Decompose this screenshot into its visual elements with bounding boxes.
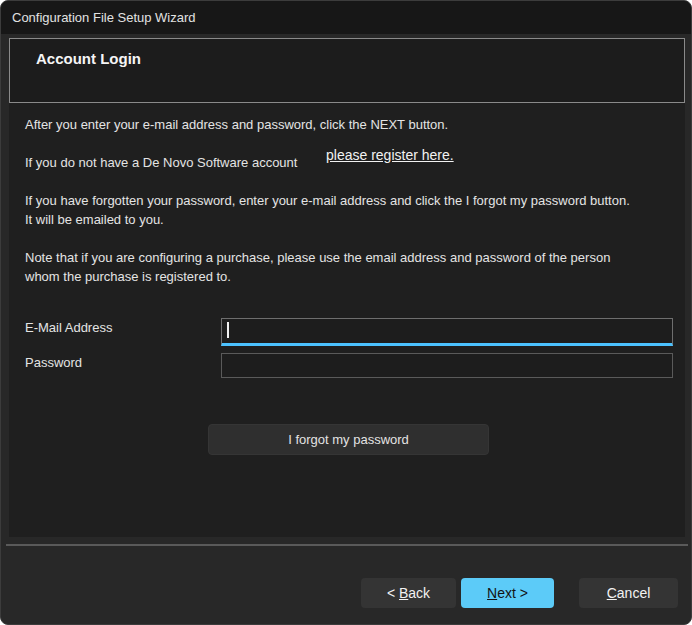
purchase-note-line-2: whom the purchase is registered to.	[25, 267, 231, 287]
forgot-password-button[interactable]: I forgot my password	[208, 424, 489, 455]
footer-separator	[6, 544, 688, 546]
password-field[interactable]	[221, 353, 673, 378]
next-label-post: ext >	[497, 585, 528, 601]
back-label-accel: B	[399, 585, 408, 601]
instruction-line-2: If you do not have a De Novo Software ac…	[25, 153, 297, 173]
next-button[interactable]: Next >	[461, 578, 554, 608]
cancel-button[interactable]: Cancel	[579, 578, 678, 608]
forgot-instruction-line-1: If you have forgotten your password, ent…	[25, 191, 630, 211]
instruction-line-1: After you enter your e-mail address and …	[25, 115, 448, 135]
back-button[interactable]: < Back	[361, 578, 456, 608]
page-title: Account Login	[36, 50, 141, 67]
window-title: Configuration File Setup Wizard	[12, 10, 196, 25]
back-label-post: ack	[408, 585, 430, 601]
title-bar: Configuration File Setup Wizard	[1, 1, 692, 34]
wizard-dialog: Configuration File Setup Wizard Account …	[0, 0, 692, 625]
forgot-instruction-line-2: It will be emailed to you.	[25, 210, 164, 230]
content-panel: After you enter your e-mail address and …	[9, 103, 685, 537]
register-link[interactable]: please register here.	[326, 147, 454, 163]
cancel-label-accel: C	[607, 585, 617, 601]
back-label-pre: <	[387, 585, 399, 601]
cancel-label-post: ancel	[617, 585, 650, 601]
password-label: Password	[25, 355, 82, 370]
purchase-note-line-1: Note that if you are configuring a purch…	[25, 248, 610, 268]
email-field[interactable]	[221, 318, 673, 346]
text-caret	[227, 322, 229, 338]
step-header: Account Login	[9, 38, 685, 103]
next-label-accel: N	[487, 585, 497, 601]
email-label: E-Mail Address	[25, 320, 112, 335]
